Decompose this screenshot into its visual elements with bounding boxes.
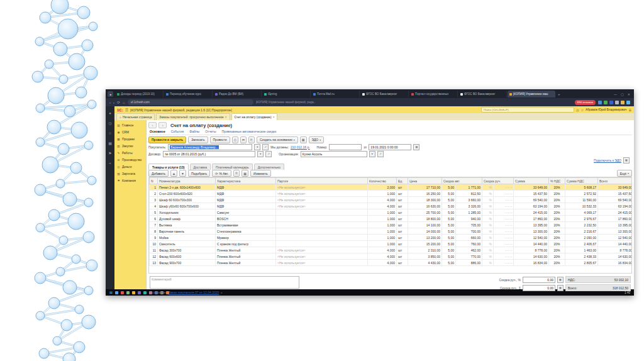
change-button[interactable]: Изменить [250, 170, 271, 177]
buyer-dropdown-icon[interactable]: ▾ [254, 144, 260, 150]
browser-tab[interactable]: Доходы период (2019 10) [115, 91, 164, 97]
sidebar-item[interactable]: ▦ Продажи [114, 136, 146, 143]
history-icon[interactable]: ◷ [576, 108, 579, 112]
more-button[interactable]: Ещё ▾ [617, 170, 632, 177]
home-icon[interactable]: ⌂ [123, 101, 125, 104]
favorites-icon[interactable]: ☆ [580, 108, 583, 112]
nav-forward-button[interactable]: › [158, 122, 167, 128]
sidebar-item[interactable]: ▥ Закупки [114, 143, 146, 150]
sidebar-item[interactable]: ⚙ Производство [114, 157, 146, 164]
debt-value-link[interactable]: 210 012,16 р. [291, 145, 310, 149]
calc-icon[interactable]: ▦ [557, 277, 564, 283]
browser-tab[interactable]: Почта Mail.ru [311, 91, 360, 97]
write-button[interactable]: Записать [188, 136, 208, 143]
post-and-close-button[interactable]: Провести и закрыть [148, 136, 186, 143]
nav-link-files[interactable]: Файлы [189, 130, 199, 133]
sidebar-item[interactable]: ◎ Деньги [114, 164, 146, 170]
copy-icon[interactable]: ⎘ [248, 136, 255, 143]
number-field[interactable] [329, 144, 362, 150]
edo-button[interactable]: ЭДО ▾ [309, 136, 325, 143]
col-auto-discount[interactable]: Скидка авт. [442, 178, 482, 184]
move-up-icon[interactable]: ▲ [170, 170, 177, 177]
add-row-button[interactable]: Добавить [148, 170, 169, 177]
table-row[interactable]: 6 Духовой шкаф BOSCH 1,000 шт 18 800,00 … [150, 216, 633, 222]
col-price[interactable]: Цена [408, 178, 442, 184]
side-panel-icon[interactable]: ▦ [108, 141, 112, 145]
table-row[interactable]: 1 Пенал 2-х дв. 600х1400х600 МДФ <Не исп… [150, 184, 633, 191]
buyer-field[interactable]: Баранов Александр Владимир... [168, 144, 252, 150]
calendar-icon[interactable]: ▦ [413, 144, 419, 150]
side-panel-icon[interactable]: « [109, 161, 111, 165]
col-sum[interactable]: Сумма [514, 178, 549, 184]
sidebar-item[interactable]: ⚑ Компания [114, 177, 146, 184]
comment-input[interactable]: Комментарий [150, 276, 299, 289]
browser-tab[interactable]: iSpring [262, 91, 311, 97]
close-window-icon[interactable]: ✕ [628, 92, 630, 96]
contract-open-icon[interactable]: ↗ [265, 151, 272, 157]
nav-link-events[interactable]: События [171, 130, 184, 133]
extension-icon[interactable] [615, 101, 619, 104]
edo-connect-link[interactable]: Подключить к ЭДО [594, 158, 621, 162]
col-total[interactable]: Всего [598, 178, 632, 184]
buyer-open-icon[interactable]: ↗ [262, 144, 269, 150]
side-panel-icon[interactable]: ☆ [108, 131, 111, 135]
post-button[interactable]: Провести [210, 136, 230, 143]
nav-link-reports[interactable]: Отчеты [205, 130, 216, 133]
profile-avatar-icon[interactable]: ● [108, 91, 113, 97]
refresh-icon[interactable]: ⟳ [117, 101, 120, 104]
table-row[interactable]: 11 Фасад 300х700 Пленка Желтый <Не испол… [150, 247, 633, 253]
table-row[interactable]: 8 Варочная панель Стеклокерамика 1,000 ш… [150, 228, 633, 235]
col-vat-sum[interactable]: Сумма НДС [565, 178, 598, 184]
maximize-window-icon[interactable]: ▢ [621, 92, 624, 96]
tab-orders[interactable]: Заказы покупателей: просрочено выполнени… [156, 113, 230, 120]
col-unit[interactable]: Ед. [397, 178, 408, 184]
manual-discount-pct-input[interactable]: 0,00 [523, 277, 555, 283]
table-row[interactable]: 9 Мойка Мрамор 1,000 шт 13 200,00 5,00 [150, 235, 633, 241]
table-row[interactable]: 7 Вытяжка Встраиваемая 1,000 шт 14 100,0… [150, 222, 633, 228]
org-field[interactable]: Кухни Ассоль [301, 151, 367, 157]
table-row[interactable]: 2 Стол-200 600х600х920 МДФ <Не используе… [150, 191, 633, 197]
edo-settings-icon[interactable]: ▦ [623, 157, 630, 164]
col-nomenclature[interactable]: Номенклатура [158, 178, 216, 184]
browser-tab[interactable]: ФГОС ВО Бакалавриат [360, 91, 409, 97]
table-row[interactable]: 3 Шкаф 60 600х700х300 МДФ <Не использует… [150, 197, 633, 203]
taskbar-app-icon[interactable] [132, 291, 135, 294]
mail-icon[interactable]: ✉ [240, 136, 247, 143]
auto-discount-button[interactable]: ⟳ % Авт. [212, 170, 231, 177]
col-quantity[interactable]: Количество [368, 178, 397, 184]
calc-icon[interactable]: ▦ [557, 285, 564, 291]
grid-settings-icon[interactable]: ▦ [242, 170, 248, 177]
copy-row-icon[interactable]: ⎘ [233, 170, 240, 177]
tab-additional[interactable]: Дополнительно [254, 164, 284, 170]
new-tab-button[interactable]: + [558, 92, 560, 96]
table-row[interactable]: 4 Шкаф у60х60 600х700х600 МДФ <Не исполь… [150, 203, 633, 209]
start-button-icon[interactable]: ⊞ [109, 291, 113, 294]
taskbar-app-icon[interactable] [126, 291, 130, 294]
browser-tab[interactable]: ФГОС ВО Бакалавриат [458, 91, 507, 97]
contract-field[interactable]: № 0005 от 28.01.2015 (руб.) [163, 151, 255, 157]
print-icon[interactable]: ⎙ [232, 136, 238, 143]
extension-icon[interactable] [598, 101, 602, 104]
service-menu-icon[interactable]: ☰ [629, 108, 631, 112]
org-dropdown-icon[interactable]: ▾ [369, 151, 375, 157]
extension-icon[interactable] [604, 101, 608, 104]
browser-tab[interactable]: Портал государственных [409, 91, 458, 97]
org-open-icon[interactable]: ↗ [377, 151, 384, 157]
user-name[interactable]: Абрамов Юрий Владимирович [586, 108, 627, 111]
col-n[interactable]: N [150, 178, 158, 184]
extension-icon[interactable] [609, 101, 613, 104]
global-search-input[interactable]: Поиск (Ctrl+Shift+F) [481, 107, 574, 113]
nav-back-button[interactable]: ‹ [148, 122, 157, 128]
extension-icon[interactable] [626, 101, 630, 104]
col-vat-pct[interactable]: % НДС [549, 178, 565, 184]
close-tab-icon[interactable]: × [225, 116, 227, 119]
side-panel-icon[interactable]: ◷ [108, 121, 111, 125]
extension-icon[interactable] [621, 101, 625, 104]
tab-payment-calendar[interactable]: Платежный календарь [212, 164, 253, 170]
tab-invoice[interactable]: Счет на оплату (создание) × [231, 113, 278, 120]
nav-link-main[interactable]: Основное [150, 130, 165, 133]
contract-dropdown-icon[interactable]: ▾ [257, 151, 264, 157]
taskbar-app-icon[interactable] [138, 291, 141, 294]
nav-link-discounts[interactable]: Привязанные автоматические скидки [222, 130, 277, 133]
sidebar-item[interactable]: ▤ Главное [114, 122, 146, 129]
